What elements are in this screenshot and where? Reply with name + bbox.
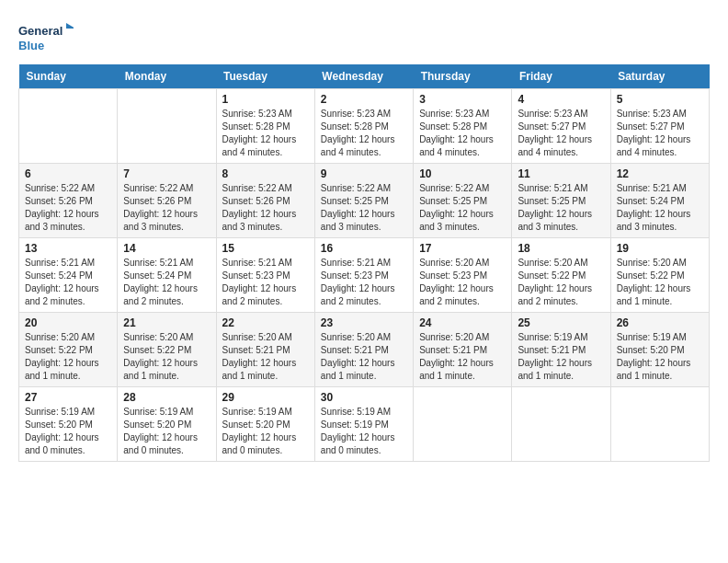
calendar-cell: 27Sunrise: 5:19 AM Sunset: 5:20 PM Dayli… <box>19 387 118 462</box>
calendar-header: Sunday Monday Tuesday Wednesday Thursday… <box>19 64 710 89</box>
svg-text:General: General <box>18 24 63 38</box>
calendar-cell: 18Sunrise: 5:20 AM Sunset: 5:22 PM Dayli… <box>512 238 610 313</box>
day-info: Sunrise: 5:21 AM Sunset: 5:24 PM Dayligh… <box>123 257 210 308</box>
week-row-4: 20Sunrise: 5:20 AM Sunset: 5:22 PM Dayli… <box>19 313 710 387</box>
day-number: 4 <box>518 93 604 106</box>
logo-svg: General Blue <box>18 18 74 55</box>
day-info: Sunrise: 5:22 AM Sunset: 5:25 PM Dayligh… <box>419 182 506 234</box>
day-number: 11 <box>518 167 604 180</box>
calendar-cell: 14Sunrise: 5:21 AM Sunset: 5:24 PM Dayli… <box>118 238 216 313</box>
day-info: Sunrise: 5:22 AM Sunset: 5:26 PM Dayligh… <box>123 182 210 234</box>
day-info: Sunrise: 5:23 AM Sunset: 5:28 PM Dayligh… <box>419 108 506 159</box>
calendar-body: 1Sunrise: 5:23 AM Sunset: 5:28 PM Daylig… <box>19 89 710 462</box>
calendar-cell: 8Sunrise: 5:22 AM Sunset: 5:26 PM Daylig… <box>216 164 314 238</box>
day-info: Sunrise: 5:21 AM Sunset: 5:24 PM Dayligh… <box>25 257 111 308</box>
day-info: Sunrise: 5:20 AM Sunset: 5:21 PM Dayligh… <box>419 331 506 383</box>
calendar-cell: 19Sunrise: 5:20 AM Sunset: 5:22 PM Dayli… <box>610 238 709 313</box>
day-number: 21 <box>123 316 210 329</box>
day-info: Sunrise: 5:21 AM Sunset: 5:23 PM Dayligh… <box>222 257 309 308</box>
svg-text:Blue: Blue <box>18 39 44 52</box>
day-number: 12 <box>617 167 703 180</box>
calendar-cell: 13Sunrise: 5:21 AM Sunset: 5:24 PM Dayli… <box>19 238 118 313</box>
calendar-cell: 2Sunrise: 5:23 AM Sunset: 5:28 PM Daylig… <box>314 89 413 164</box>
day-number: 3 <box>419 93 506 106</box>
calendar-cell: 7Sunrise: 5:22 AM Sunset: 5:26 PM Daylig… <box>118 164 216 238</box>
calendar-cell: 9Sunrise: 5:22 AM Sunset: 5:25 PM Daylig… <box>314 164 413 238</box>
day-number: 29 <box>222 391 309 404</box>
calendar-cell: 25Sunrise: 5:19 AM Sunset: 5:21 PM Dayli… <box>512 313 610 387</box>
day-info: Sunrise: 5:19 AM Sunset: 5:19 PM Dayligh… <box>321 406 407 457</box>
calendar-cell: 21Sunrise: 5:20 AM Sunset: 5:22 PM Dayli… <box>118 313 216 387</box>
day-info: Sunrise: 5:21 AM Sunset: 5:25 PM Dayligh… <box>518 182 604 234</box>
day-number: 13 <box>25 242 111 255</box>
col-monday: Monday <box>118 64 216 89</box>
calendar-cell <box>414 387 512 462</box>
week-row-5: 27Sunrise: 5:19 AM Sunset: 5:20 PM Dayli… <box>19 387 710 462</box>
day-info: Sunrise: 5:19 AM Sunset: 5:20 PM Dayligh… <box>222 406 309 457</box>
col-tuesday: Tuesday <box>216 64 314 89</box>
day-number: 30 <box>321 391 407 404</box>
day-info: Sunrise: 5:21 AM Sunset: 5:24 PM Dayligh… <box>617 182 703 234</box>
day-number: 8 <box>222 167 309 180</box>
day-number: 22 <box>222 316 309 329</box>
day-number: 9 <box>321 167 407 180</box>
calendar-cell: 20Sunrise: 5:20 AM Sunset: 5:22 PM Dayli… <box>19 313 118 387</box>
day-number: 14 <box>123 242 210 255</box>
svg-marker-2 <box>66 23 74 29</box>
calendar-cell: 10Sunrise: 5:22 AM Sunset: 5:25 PM Dayli… <box>414 164 512 238</box>
calendar-cell: 15Sunrise: 5:21 AM Sunset: 5:23 PM Dayli… <box>216 238 314 313</box>
calendar-table: Sunday Monday Tuesday Wednesday Thursday… <box>18 64 710 462</box>
calendar-cell: 11Sunrise: 5:21 AM Sunset: 5:25 PM Dayli… <box>512 164 610 238</box>
day-info: Sunrise: 5:20 AM Sunset: 5:22 PM Dayligh… <box>617 257 703 308</box>
day-number: 15 <box>222 242 309 255</box>
day-info: Sunrise: 5:23 AM Sunset: 5:28 PM Dayligh… <box>321 108 407 159</box>
calendar-cell: 22Sunrise: 5:20 AM Sunset: 5:21 PM Dayli… <box>216 313 314 387</box>
calendar-cell <box>610 387 709 462</box>
day-info: Sunrise: 5:20 AM Sunset: 5:21 PM Dayligh… <box>321 331 407 383</box>
calendar-cell: 29Sunrise: 5:19 AM Sunset: 5:20 PM Dayli… <box>216 387 314 462</box>
day-number: 24 <box>419 316 506 329</box>
col-wednesday: Wednesday <box>314 64 413 89</box>
day-number: 16 <box>321 242 407 255</box>
calendar-cell <box>118 89 216 164</box>
day-number: 27 <box>25 391 111 404</box>
calendar-cell <box>19 89 118 164</box>
header-row: Sunday Monday Tuesday Wednesday Thursday… <box>19 64 710 89</box>
day-info: Sunrise: 5:20 AM Sunset: 5:22 PM Dayligh… <box>25 331 111 383</box>
day-info: Sunrise: 5:20 AM Sunset: 5:23 PM Dayligh… <box>419 257 506 308</box>
day-info: Sunrise: 5:19 AM Sunset: 5:20 PM Dayligh… <box>123 406 210 457</box>
day-number: 26 <box>617 316 703 329</box>
day-info: Sunrise: 5:23 AM Sunset: 5:27 PM Dayligh… <box>617 108 703 159</box>
day-info: Sunrise: 5:19 AM Sunset: 5:21 PM Dayligh… <box>518 331 604 383</box>
day-number: 5 <box>617 93 703 106</box>
day-info: Sunrise: 5:20 AM Sunset: 5:22 PM Dayligh… <box>518 257 604 308</box>
week-row-1: 1Sunrise: 5:23 AM Sunset: 5:28 PM Daylig… <box>19 89 710 164</box>
calendar-cell: 24Sunrise: 5:20 AM Sunset: 5:21 PM Dayli… <box>414 313 512 387</box>
calendar-cell: 17Sunrise: 5:20 AM Sunset: 5:23 PM Dayli… <box>414 238 512 313</box>
day-info: Sunrise: 5:22 AM Sunset: 5:26 PM Dayligh… <box>222 182 309 234</box>
day-number: 6 <box>25 167 111 180</box>
day-info: Sunrise: 5:21 AM Sunset: 5:23 PM Dayligh… <box>321 257 407 308</box>
day-info: Sunrise: 5:20 AM Sunset: 5:21 PM Dayligh… <box>222 331 309 383</box>
day-number: 7 <box>123 167 210 180</box>
col-saturday: Saturday <box>610 64 709 89</box>
day-number: 18 <box>518 242 604 255</box>
week-row-2: 6Sunrise: 5:22 AM Sunset: 5:26 PM Daylig… <box>19 164 710 238</box>
day-info: Sunrise: 5:23 AM Sunset: 5:27 PM Dayligh… <box>518 108 604 159</box>
day-number: 23 <box>321 316 407 329</box>
calendar-cell: 1Sunrise: 5:23 AM Sunset: 5:28 PM Daylig… <box>216 89 314 164</box>
day-info: Sunrise: 5:19 AM Sunset: 5:20 PM Dayligh… <box>25 406 111 457</box>
calendar-cell: 5Sunrise: 5:23 AM Sunset: 5:27 PM Daylig… <box>610 89 709 164</box>
week-row-3: 13Sunrise: 5:21 AM Sunset: 5:24 PM Dayli… <box>19 238 710 313</box>
calendar-cell: 6Sunrise: 5:22 AM Sunset: 5:26 PM Daylig… <box>19 164 118 238</box>
calendar-cell: 4Sunrise: 5:23 AM Sunset: 5:27 PM Daylig… <box>512 89 610 164</box>
calendar-cell <box>512 387 610 462</box>
day-number: 20 <box>25 316 111 329</box>
calendar-cell: 23Sunrise: 5:20 AM Sunset: 5:21 PM Dayli… <box>314 313 413 387</box>
calendar-cell: 16Sunrise: 5:21 AM Sunset: 5:23 PM Dayli… <box>314 238 413 313</box>
calendar-cell: 28Sunrise: 5:19 AM Sunset: 5:20 PM Dayli… <box>118 387 216 462</box>
day-info: Sunrise: 5:22 AM Sunset: 5:26 PM Dayligh… <box>25 182 111 234</box>
calendar-cell: 12Sunrise: 5:21 AM Sunset: 5:24 PM Dayli… <box>610 164 709 238</box>
logo: General Blue <box>18 18 74 55</box>
day-number: 25 <box>518 316 604 329</box>
